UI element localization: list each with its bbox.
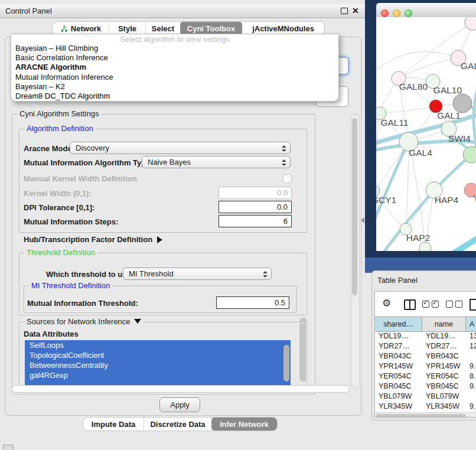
- data-attributes-list[interactable]: SelfLoopsTopologicalCoefficientBetweenne…: [25, 340, 291, 385]
- network-node-label: GAL80: [399, 81, 428, 92]
- aracne-mode-label: Aracne Mode:: [24, 144, 74, 153]
- algorithm-option[interactable]: Bayesian – K2: [11, 82, 338, 92]
- desktop-shadow-strip: [365, 0, 376, 257]
- close-traffic-light-icon[interactable]: [381, 9, 389, 17]
- tab-discretize-data[interactable]: Discretize Data: [144, 418, 211, 431]
- network-edge[interactable]: [376, 51, 458, 70]
- checked-checkbox-icon[interactable]: [432, 301, 439, 308]
- manual-kernel-checkbox[interactable]: [283, 174, 292, 183]
- network-edge[interactable]: [386, 106, 436, 113]
- table-row[interactable]: YER054CYER054C8.: [375, 371, 476, 381]
- data-attributes-label: Data Attributes: [24, 330, 79, 338]
- tab-jactivemnodules[interactable]: jActiveMNodules: [242, 22, 324, 35]
- app-root: Control Panel ✕ Network Style Select Cyn…: [0, 0, 476, 450]
- network-node[interactable]: [465, 17, 476, 30]
- table-row[interactable]: YBL079WYBL079W: [375, 391, 476, 401]
- column-header-shared-name[interactable]: shared…: [375, 317, 422, 331]
- network-edge[interactable]: [451, 237, 476, 251]
- splitter-collapse-handle[interactable]: [361, 217, 364, 223]
- tab-cyni-toolbox[interactable]: Cyni Toolbox: [180, 22, 242, 35]
- mi-type-label: Mutual Information Algorithm Type:: [24, 158, 153, 167]
- zoom-traffic-light-icon[interactable]: [405, 9, 412, 17]
- table-row[interactable]: YDR27…YDR27…12: [375, 341, 476, 351]
- algorithm-prompt: Select algorithm to view settings: [11, 34, 338, 44]
- split-columns-icon[interactable]: [404, 299, 416, 310]
- table-cell: 8.: [466, 372, 476, 380]
- table-cell: 9.: [466, 362, 476, 370]
- tab-impute-data[interactable]: Impute Data: [83, 418, 144, 431]
- algorithm-option[interactable]: Mutual Information Inference: [11, 73, 338, 82]
- table-cell: YBR043C: [375, 352, 422, 360]
- table-row[interactable]: YBR045CYBR045C9.: [375, 381, 476, 391]
- network-node[interactable]: [419, 242, 431, 251]
- ghost-label: Inference Algorithm: [17, 48, 83, 57]
- which-threshold-select[interactable]: MI Threshold: [123, 268, 272, 280]
- network-window-titlebar[interactable]: [376, 3, 476, 18]
- aracne-mode-select[interactable]: Discovery: [70, 142, 291, 154]
- mi-threshold-field[interactable]: 0.5: [216, 296, 289, 309]
- combo-arrows-icon: [282, 145, 286, 152]
- sources-expander[interactable]: Sources for Network Inference: [24, 317, 144, 326]
- network-node-label: GAL: [461, 61, 476, 71]
- algorithm-option[interactable]: ARACNE Algorithm: [11, 63, 338, 72]
- tab-select[interactable]: Select: [145, 22, 180, 35]
- table-row[interactable]: YBR043CYBR043C: [375, 351, 476, 361]
- data-attribute-item[interactable]: gal4RGexp: [25, 370, 291, 380]
- checked-checkbox-icon[interactable]: [422, 301, 429, 308]
- table-panel-title: Table Panel: [377, 276, 418, 285]
- column-header-partial[interactable]: A: [466, 317, 476, 331]
- tab-label: Infer Network: [220, 420, 269, 429]
- table-cell: YER054C: [422, 372, 466, 380]
- hub-definition-label: Hub/Transcription Factor Definition: [24, 235, 152, 244]
- close-icon[interactable]: ✕: [352, 6, 359, 15]
- settings-scrollbar-thumb[interactable]: [352, 118, 357, 295]
- float-icon[interactable]: [341, 8, 348, 14]
- mi-type-select[interactable]: Naive Bayes: [142, 156, 291, 168]
- table-scrollbar-thumb[interactable]: [376, 414, 466, 418]
- table-horizontal-scrollbar[interactable]: [375, 412, 476, 418]
- table-panel-content: ⚙ shared… name A YDL19…YDL19…13YDR27…YDR…: [374, 291, 476, 418]
- table-cell: YBR045C: [375, 382, 422, 390]
- field-value: 6: [283, 217, 288, 226]
- table-cell: YDR27…: [375, 342, 422, 350]
- table-row[interactable]: YLR345WYLR345W9.: [375, 401, 476, 411]
- apply-button[interactable]: Apply: [159, 397, 200, 412]
- table-cell: YLR345W: [375, 402, 422, 410]
- selected-value: Discovery: [76, 144, 109, 152]
- dpi-tolerance-field[interactable]: 0.0: [219, 201, 292, 213]
- kernel-width-label: Kernel Width (0,1):: [24, 189, 92, 198]
- unchecked-checkbox-icon[interactable]: [455, 301, 462, 308]
- gear-icon[interactable]: ⚙: [382, 297, 391, 309]
- table-cell: YBR043C: [422, 352, 466, 360]
- document-icon[interactable]: [470, 299, 476, 311]
- minimized-panel-icon[interactable]: [3, 445, 14, 450]
- tab-style[interactable]: Style: [109, 22, 145, 35]
- bottom-tabbar: Impute Data Discretize Data Infer Networ…: [83, 417, 278, 431]
- group-title: Cyni Algorithm Settings: [17, 109, 101, 118]
- kernel-width-field[interactable]: 0.0: [219, 187, 292, 199]
- tab-network[interactable]: Network: [53, 22, 109, 35]
- unchecked-checkbox-icon[interactable]: [446, 301, 453, 308]
- attributes-scrollbar-thumb[interactable]: [283, 345, 289, 381]
- mi-steps-field[interactable]: 6: [219, 215, 292, 227]
- table-row[interactable]: YPR145WYPR145W9.: [375, 361, 476, 371]
- group-title: Algorithm Definition: [24, 124, 96, 133]
- tab-infer-network[interactable]: Infer Network: [211, 418, 277, 431]
- network-edge[interactable]: [376, 142, 409, 224]
- manual-kernel-label: Manual Kernel Width Definition: [24, 174, 137, 183]
- data-attribute-item[interactable]: SelfLoops: [25, 340, 291, 350]
- tab-label: Impute Data: [92, 420, 135, 429]
- data-attribute-item[interactable]: TopologicalCoefficient: [25, 350, 291, 360]
- hub-definition-expander[interactable]: Hub/Transcription Factor Definition: [24, 235, 162, 244]
- settings-scrollbar-track[interactable]: [351, 114, 360, 388]
- column-header-name[interactable]: name: [422, 317, 466, 331]
- data-attribute-item[interactable]: BetweennessCentrality: [25, 360, 291, 370]
- sources-title: Sources for Network Inference: [27, 317, 131, 326]
- ghost-label: gal-filtered sif default node: [21, 91, 110, 100]
- table-row[interactable]: YDL19…YDL19…13: [375, 331, 476, 341]
- network-edge[interactable]: [474, 88, 476, 156]
- network-view-canvas[interactable]: GALGAL80GAL10GAL1GAL11SWI4GAL4GCY1HAP4YH…: [376, 17, 476, 251]
- minimize-traffic-light-icon[interactable]: [393, 9, 400, 17]
- table-header-row: shared… name A: [375, 317, 476, 332]
- horizontal-scrollbar[interactable]: [12, 385, 350, 393]
